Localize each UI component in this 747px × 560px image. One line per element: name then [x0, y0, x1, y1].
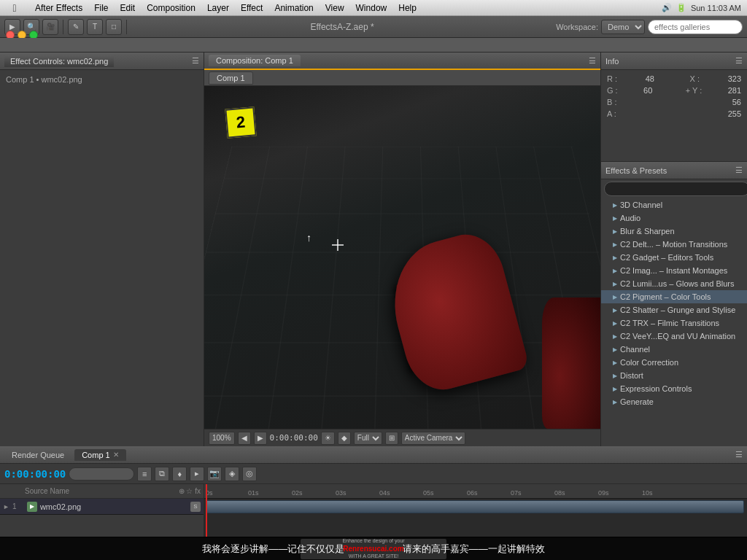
x-value: 323 — [728, 74, 741, 83]
title-bar — [0, 38, 747, 52]
snapshot-button[interactable]: ☀ — [321, 432, 335, 445]
timeline-menu-button[interactable]: ☰ — [735, 450, 743, 459]
effect-label: Channel — [620, 345, 650, 354]
layer-search-input[interactable] — [69, 467, 134, 481]
toolbar-sep-2 — [126, 20, 127, 34]
effect-item-generate[interactable]: ▶ Generate — [601, 395, 747, 408]
comp-timeline-tab[interactable]: Comp 1 ✕ — [74, 449, 126, 461]
triangle-icon: ▶ — [613, 346, 617, 353]
layer-expand-icons: ► — [3, 503, 9, 510]
app-name-menu[interactable]: After Effects — [29, 0, 88, 15]
toolbar-text-tool[interactable]: T — [87, 19, 103, 35]
effect-controls-content: Comp 1 • wmc02.png — [0, 70, 204, 446]
playhead[interactable] — [206, 484, 207, 537]
workspace-select[interactable]: Demo — [601, 20, 645, 34]
clock: Sun 11:03 AM — [691, 4, 741, 12]
menu-right: 🔊 🔋 Sun 11:03 AM — [662, 3, 747, 12]
zoom-selector[interactable]: 100% — [209, 432, 235, 445]
workspace-area: Workspace: Demo — [556, 20, 743, 34]
grid-button[interactable]: ⊞ — [385, 432, 398, 445]
layer-menu[interactable]: Layer — [201, 0, 235, 15]
effects-menu-button[interactable]: ☰ — [735, 166, 743, 175]
effect-item-distort[interactable]: ▶ Distort — [601, 369, 747, 382]
close-tab-button[interactable]: ✕ — [113, 451, 119, 459]
volume-icon[interactable]: 🔊 — [662, 3, 672, 12]
r-value: 48 — [646, 74, 654, 83]
bottom-area: Render Queue Comp 1 ✕ ☰ 0:00:00:00 ≡ ⧉ ♦… — [0, 446, 747, 560]
panel-menu-button[interactable]: ☰ — [192, 56, 199, 66]
effect-item-c2lumi[interactable]: ▶ C2 Lumii...us – Glows and Blurs — [601, 277, 747, 290]
comp-tab[interactable]: Comp 1 — [209, 71, 253, 85]
battery-icon: 🔋 — [676, 3, 686, 12]
effect-item-c2shatter[interactable]: ▶ C2 Shatter – Grunge and Stylise — [601, 303, 747, 316]
toolbar-camera-tool[interactable]: 🎥 — [42, 19, 58, 35]
comp-menu-button[interactable]: ☰ — [589, 56, 596, 66]
adjustment-button[interactable]: ◎ — [242, 467, 257, 481]
timecode-display: 0:00:00:00 — [270, 433, 318, 443]
number-card: 2 — [225, 106, 256, 138]
ruler-9s: 09s — [598, 484, 609, 498]
effect-item-c2trx[interactable]: ▶ C2 TRX – Filmic Transitions — [601, 316, 747, 330]
effect-item-c2pigment[interactable]: ▶ C2 Pigment – Color Tools — [601, 290, 747, 303]
triangle-icon: ▶ — [613, 202, 617, 209]
animation-menu[interactable]: Animation — [268, 0, 319, 15]
track-area: 0s 01s 02s 03s 04s 05s 06s 07s 08s 09s 1… — [204, 484, 747, 537]
layer-number: 1 — [12, 502, 24, 510]
toolbar-pen-tool[interactable]: ✎ — [68, 19, 84, 35]
apple-menu[interactable]:  — [0, 2, 29, 14]
effect-item-c2delt[interactable]: ▶ C2 Delt... – Motion Transitions — [601, 238, 747, 251]
solo-button[interactable]: ≡ — [137, 467, 152, 481]
camera-button[interactable]: 📷 — [207, 467, 222, 481]
effect-label: C2 Delt... – Motion Transitions — [620, 240, 727, 249]
help-menu[interactable]: Help — [392, 0, 422, 15]
show-channel-button[interactable]: ◆ — [338, 432, 351, 445]
effect-item-c2imag[interactable]: ▶ C2 Imag... – Instant Montages — [601, 264, 747, 277]
menu-bar:  After Effects File Edit Composition La… — [0, 0, 747, 16]
null-button[interactable]: ◈ — [225, 467, 239, 481]
effect-label: C2 VeeY...EQ and VU Animation — [620, 332, 735, 341]
quality-select[interactable]: Full — [354, 432, 382, 445]
effect-item-color-correction[interactable]: ▶ Color Correction — [601, 356, 747, 369]
camera-select[interactable]: Active Camera — [401, 432, 465, 445]
toolbar-brush-tool[interactable]: □ — [106, 19, 122, 35]
info-menu-button[interactable]: ☰ — [735, 56, 743, 66]
triangle-icon: ▶ — [613, 307, 617, 314]
composition-viewer[interactable]: 2 ↑ — [204, 86, 600, 429]
window-menu[interactable]: Window — [350, 0, 393, 15]
viewer-controls: 100% ◀ ▶ 0:00:00:00 ☀ ◆ Full ⊞ Active Ca… — [204, 429, 600, 446]
view-menu[interactable]: View — [320, 0, 350, 15]
toolbar: ▶ 🔍 🎥 ✎ T □ EffectsA-Z.aep * Workspace: … — [0, 16, 747, 38]
play-button[interactable]: ▶ — [254, 432, 267, 445]
file-menu[interactable]: File — [88, 0, 114, 15]
timeline-track-clip[interactable] — [206, 500, 744, 513]
effects-search-input[interactable] — [648, 20, 743, 34]
frame-back-button[interactable]: ◀ — [238, 432, 251, 445]
effect-item-c2veey[interactable]: ▶ C2 VeeY...EQ and VU Animation — [601, 330, 747, 343]
ruler-4s: 04s — [379, 484, 390, 498]
effect-item-3dchannel[interactable]: ▶ 3D Channel — [601, 198, 747, 211]
effect-menu[interactable]: Effect — [235, 0, 268, 15]
layer-markers-button[interactable]: ▸ — [190, 467, 204, 481]
effect-controls-tab[interactable]: Effect Controls: wmc02.png — [4, 55, 114, 67]
comp-tab-bar: Comp 1 — [204, 70, 600, 86]
effect-item-expression[interactable]: ▶ Expression Controls — [601, 382, 747, 395]
layer-row[interactable]: ► 1 ▶ wmc02.png S — [0, 499, 204, 515]
effect-label: Expression Controls — [620, 384, 692, 393]
expand-all-button[interactable]: ⧉ — [155, 467, 169, 481]
main-layout: Effect Controls: wmc02.png ☰ Comp 1 • wm… — [0, 52, 747, 560]
composition-menu[interactable]: Composition — [141, 0, 201, 15]
triangle-icon: ▶ — [613, 294, 617, 300]
comp-markers-button[interactable]: ♦ — [172, 467, 187, 481]
effect-label: Blur & Sharpen — [620, 227, 675, 236]
effect-item-blur[interactable]: ▶ Blur & Sharpen — [601, 225, 747, 238]
effect-item-channel[interactable]: ▶ Channel — [601, 343, 747, 356]
layer-col-switches: ⊕ ☆ fx — [179, 487, 201, 495]
effect-item-c2gadget[interactable]: ▶ C2 Gadget – Editors Tools — [601, 251, 747, 264]
effect-item-audio[interactable]: ▶ Audio — [601, 211, 747, 225]
layer-solo-button[interactable]: S — [190, 502, 201, 512]
edit-menu[interactable]: Edit — [114, 0, 141, 15]
layer-col-label: Source Name — [25, 487, 69, 495]
effects-filter-input[interactable] — [604, 182, 747, 196]
a-label: A : — [607, 109, 616, 118]
render-queue-tab[interactable]: Render Queue — [4, 449, 71, 461]
